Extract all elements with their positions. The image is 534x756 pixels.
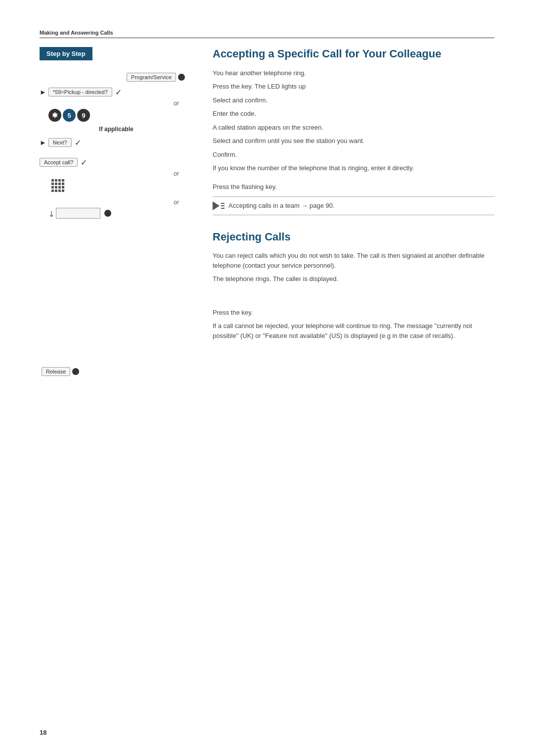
desc-9: Press the flashing key.	[213, 182, 494, 192]
code-icons-row: ✱ 5 9	[40, 109, 193, 122]
accepting-title: Accepting a Specific Call for Your Colle…	[213, 47, 494, 61]
if-applicable-label: If applicable	[40, 126, 193, 133]
rejecting-desc-3: Press the key.	[213, 308, 494, 318]
tip-box: Accepting calls in a team → page 90.	[213, 196, 494, 215]
header-section-text: Making and Answering Calls	[40, 30, 113, 36]
next-row: ► Next? ✓	[40, 136, 193, 149]
flashing-key-row: ↘	[40, 208, 193, 219]
checkmark-2: ✓	[75, 138, 81, 147]
desc-7: Confirm.	[213, 150, 494, 160]
or-text-2: or	[40, 170, 193, 177]
page: Making and Answering Calls Step by Step …	[0, 0, 534, 756]
rejecting-desc-2: The telephone rings. The caller is displ…	[213, 274, 494, 284]
tip-arrow-icon	[213, 201, 224, 210]
keypad-grid-icon	[51, 179, 64, 192]
led-dot-3	[72, 368, 79, 375]
icon-9: 9	[77, 109, 90, 122]
flashing-key-button[interactable]	[56, 208, 100, 219]
step-box: Step by Step	[40, 47, 92, 60]
program-service-row: Program/Service	[40, 70, 193, 84]
right-panel: Accepting a Specific Call for Your Colle…	[198, 47, 494, 376]
rejecting-section: Rejecting Calls You can reject calls whi…	[213, 230, 494, 341]
page-number: 18	[40, 729, 46, 736]
star-icon: ✱	[48, 109, 61, 122]
section-header: Making and Answering Calls	[40, 30, 494, 38]
release-key[interactable]: Release	[42, 367, 70, 376]
tip-text: Accepting calls in a team → page 90.	[228, 201, 335, 211]
desc-8: If you know the number of the telephone …	[213, 163, 494, 173]
or-text-1: or	[40, 100, 193, 107]
desc-5: A called station appears on the screen.	[213, 123, 494, 133]
desc-1: You hear another telephone ring.	[213, 68, 494, 78]
checkmark-1: ✓	[115, 88, 122, 97]
main-content: Step by Step Program/Service ► *59=Picku…	[40, 47, 494, 376]
arrow-icon-1: ►	[40, 88, 46, 96]
led-dot-1	[178, 74, 185, 81]
left-panel: Step by Step Program/Service ► *59=Picku…	[40, 47, 198, 376]
or-text-3: or	[40, 199, 193, 206]
led-dot-2	[104, 210, 111, 217]
desc-3: Select and confirm.	[213, 95, 494, 105]
release-row: Release	[40, 367, 193, 376]
desc-6: Select and confirm until you see the sta…	[213, 136, 494, 146]
next-key[interactable]: Next?	[48, 138, 72, 147]
icon-5: 5	[63, 109, 76, 122]
accept-call-key[interactable]: Accept call?	[40, 158, 78, 167]
accept-call-row: Accept call? ✓	[40, 155, 193, 169]
arrow-icon-2: ►	[40, 139, 46, 146]
program-service-key[interactable]: Program/Service	[127, 73, 176, 82]
pickup-row: ► *59=Pickup - directed? ✓	[40, 85, 193, 99]
accepting-section: Accepting a Specific Call for Your Colle…	[213, 47, 494, 215]
desc-2: Press the key. The LED lights up	[213, 82, 494, 92]
keypad-row	[40, 179, 193, 192]
rejecting-title: Rejecting Calls	[213, 230, 494, 244]
desc-4: Enter the code.	[213, 109, 494, 119]
pickup-key[interactable]: *59=Pickup - directed?	[48, 88, 112, 96]
rejecting-desc-4: If a call cannot be rejected, your telep…	[213, 321, 494, 340]
rejecting-desc-1: You can reject calls which you do not wi…	[213, 251, 494, 270]
checkmark-3: ✓	[81, 158, 87, 167]
